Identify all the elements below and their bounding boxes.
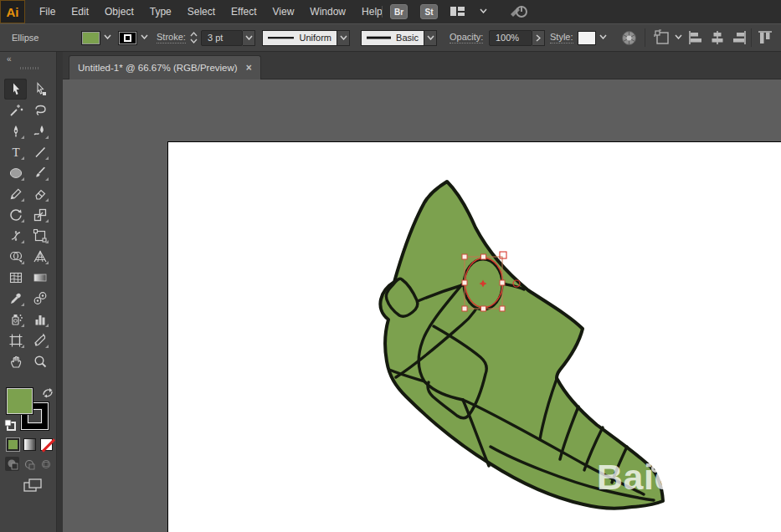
- stroke-weight-stepper[interactable]: [190, 24, 198, 51]
- fill-color-well[interactable]: [6, 387, 33, 415]
- chevron-down-icon[interactable]: [480, 8, 486, 15]
- draw-behind-button[interactable]: [22, 457, 36, 471]
- menu-select[interactable]: Select: [188, 6, 215, 18]
- tool-column-graph[interactable]: [28, 309, 51, 330]
- tool-blend[interactable]: [28, 288, 51, 309]
- tool-selection[interactable]: [4, 79, 27, 100]
- tool-lasso[interactable]: [28, 100, 51, 120]
- tool-width[interactable]: [4, 225, 27, 246]
- tool-line-segment[interactable]: [28, 141, 51, 162]
- tool-ellipse[interactable]: [4, 162, 27, 183]
- control-bar: Ellipse Stroke: 3 pt Uniform: [0, 23, 781, 52]
- tool-gradient[interactable]: [28, 267, 51, 288]
- tool-free-transform[interactable]: [28, 225, 51, 246]
- transform-options-icon[interactable]: [654, 24, 681, 51]
- menu-items: File Edit Object Type Select Effect View…: [39, 6, 383, 18]
- illustrator-window: Ai File Edit Object Type Select Effect V…: [0, 0, 781, 532]
- tool-eraser[interactable]: [28, 183, 51, 204]
- collapse-panel-button[interactable]: «: [7, 54, 11, 64]
- recolor-artwork-icon[interactable]: [621, 24, 637, 51]
- stroke-weight-label[interactable]: Stroke:: [157, 32, 186, 43]
- tool-rotate[interactable]: [4, 204, 27, 225]
- align-center-icon[interactable]: [710, 24, 725, 51]
- anchor-point-handle: [500, 252, 506, 258]
- menu-edit[interactable]: Edit: [71, 6, 89, 18]
- artboard[interactable]: Baidu: [167, 141, 781, 532]
- context-label: Ellipse: [12, 33, 39, 43]
- tool-magic-wand[interactable]: [4, 100, 27, 120]
- default-fill-stroke-icon[interactable]: [4, 419, 16, 434]
- width-profile-select[interactable]: Uniform: [262, 24, 350, 51]
- menu-view[interactable]: View: [273, 6, 295, 18]
- tool-pen[interactable]: [4, 120, 27, 141]
- menu-bar: Ai File Edit Object Type Select Effect V…: [0, 0, 781, 23]
- tool-paintbrush[interactable]: [28, 162, 51, 183]
- style-label[interactable]: Style:: [550, 32, 573, 43]
- stroke-color-control[interactable]: [118, 24, 147, 51]
- fill-color-control[interactable]: [81, 24, 110, 51]
- tool-zoom[interactable]: [28, 350, 51, 371]
- none-mode-button[interactable]: [40, 438, 53, 451]
- menu-object[interactable]: Object: [105, 6, 134, 18]
- tool-artboard[interactable]: [4, 330, 27, 350]
- fill-swatch[interactable]: [81, 31, 100, 45]
- document-tab[interactable]: Untitled-1* @ 66.67% (RGB/Preview) ×: [69, 55, 261, 79]
- canvas-area[interactable]: Baidu: [63, 79, 781, 532]
- brush-select[interactable]: Basic: [361, 24, 437, 51]
- tool-type[interactable]: T: [4, 141, 27, 162]
- tool-mesh[interactable]: [4, 267, 27, 288]
- watermark: Baidu: [597, 457, 699, 498]
- style-select[interactable]: [578, 24, 606, 51]
- document-title: Untitled-1* @ 66.67% (RGB/Preview): [78, 63, 238, 73]
- watermark-ring: [651, 464, 660, 473]
- illustrator-logo: Ai: [0, 0, 25, 23]
- arrange-documents-icon[interactable]: [450, 6, 467, 18]
- touch-workspace-icon[interactable]: [509, 4, 529, 19]
- menu-window[interactable]: Window: [310, 6, 346, 18]
- tool-symbol-sprayer[interactable]: [4, 309, 27, 330]
- tool-curvature-pen[interactable]: [28, 120, 51, 141]
- tool-pencil[interactable]: [4, 183, 27, 204]
- tool-scale[interactable]: [28, 204, 51, 225]
- draw-normal-button[interactable]: [5, 457, 19, 471]
- menu-file[interactable]: File: [39, 6, 55, 18]
- menu-type[interactable]: Type: [150, 6, 172, 18]
- draw-inside-button[interactable]: [39, 457, 53, 471]
- menu-effect[interactable]: Effect: [231, 6, 256, 18]
- tool-panel: «: [0, 52, 63, 532]
- color-mode-button[interactable]: [7, 438, 19, 451]
- bridge-button[interactable]: Br: [390, 4, 408, 19]
- svg-text:T: T: [12, 146, 19, 159]
- screen-mode-button[interactable]: [23, 478, 42, 497]
- close-tab-icon[interactable]: ×: [246, 62, 252, 74]
- opacity-label[interactable]: Opacity:: [450, 32, 483, 43]
- tool-direct-selection[interactable]: [28, 79, 51, 100]
- align-left-icon[interactable]: [688, 24, 703, 51]
- tool-eyedropper[interactable]: [4, 288, 27, 309]
- stock-button[interactable]: St: [420, 4, 438, 19]
- menu-help[interactable]: Help: [362, 6, 383, 18]
- tool-hand[interactable]: [4, 350, 27, 371]
- stroke-swatch[interactable]: [118, 31, 137, 45]
- tool-perspective-grid[interactable]: [28, 246, 51, 267]
- panel-grip[interactable]: [20, 67, 39, 69]
- document-tab-bar: Untitled-1* @ 66.67% (RGB/Preview) ×: [63, 52, 781, 79]
- opacity-field[interactable]: 100%: [489, 24, 545, 51]
- align-right-icon[interactable]: [732, 24, 747, 51]
- gradient-mode-button[interactable]: [23, 438, 36, 451]
- vertical-align-top-icon[interactable]: [758, 24, 773, 51]
- swap-fill-stroke-icon[interactable]: [42, 386, 54, 402]
- menu-separator: [382, 6, 383, 18]
- stroke-weight-select[interactable]: 3 pt: [201, 24, 255, 51]
- tool-shape-builder[interactable]: [4, 246, 27, 267]
- tool-slice[interactable]: [28, 330, 51, 350]
